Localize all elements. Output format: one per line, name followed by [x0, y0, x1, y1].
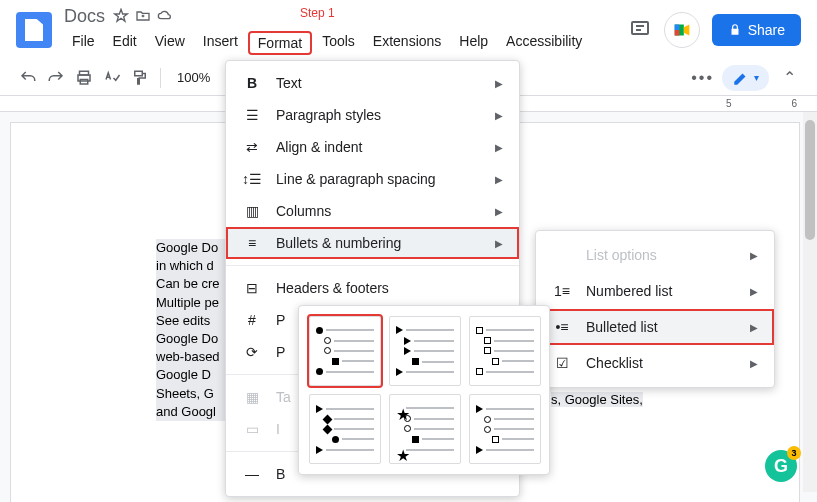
paint-format-icon[interactable] [128, 66, 152, 90]
redo-icon[interactable] [44, 66, 68, 90]
grammarly-widget[interactable]: G 3 [765, 450, 797, 482]
star-icon[interactable] [113, 8, 129, 24]
sub-numbered-list[interactable]: 1≡Numbered list▶ [536, 273, 774, 309]
sub-list-options[interactable]: List options▶ [536, 237, 774, 273]
fm-bullets-numbering[interactable]: ≡Bullets & numbering▶ [226, 227, 519, 259]
fm-align-indent[interactable]: ⇄Align & indent▶ [226, 131, 519, 163]
undo-icon[interactable] [16, 66, 40, 90]
menu-accessibility[interactable]: Accessibility [498, 31, 590, 55]
bullet-style-1[interactable] [309, 316, 381, 386]
share-button[interactable]: Share [712, 14, 801, 46]
fm-paragraph-styles[interactable]: ☰Paragraph styles▶ [226, 99, 519, 131]
share-label: Share [748, 22, 785, 38]
fm-line-spacing[interactable]: ↕☰Line & paragraph spacing▶ [226, 163, 519, 195]
docs-app-icon[interactable] [16, 12, 52, 48]
svg-rect-0 [632, 22, 648, 34]
menu-extensions[interactable]: Extensions [365, 31, 449, 55]
fm-text[interactable]: BText▶ [226, 67, 519, 99]
menubar: File Edit View Insert Format Tools Exten… [64, 31, 628, 55]
grammarly-badge: 3 [787, 446, 801, 460]
print-icon[interactable] [72, 66, 96, 90]
fm-headers-footers[interactable]: ⊟Headers & footers [226, 272, 519, 304]
bullet-style-5[interactable]: ★ ★ [389, 394, 461, 464]
svg-rect-4 [135, 71, 143, 76]
menu-edit[interactable]: Edit [105, 31, 145, 55]
menu-tools[interactable]: Tools [314, 31, 363, 55]
mode-dropdown[interactable]: ▾ [722, 65, 769, 91]
bullet-style-3[interactable] [469, 316, 541, 386]
menu-view[interactable]: View [147, 31, 193, 55]
zoom-level[interactable]: 100% [169, 70, 218, 85]
bullet-style-2[interactable] [389, 316, 461, 386]
meet-icon[interactable] [664, 12, 700, 48]
cloud-status-icon[interactable] [157, 8, 173, 24]
menu-insert[interactable]: Insert [195, 31, 246, 55]
spellcheck-icon[interactable] [100, 66, 124, 90]
comments-icon[interactable] [628, 18, 652, 42]
toolbar-more-ellipsis[interactable]: ••• [691, 69, 714, 87]
lock-icon [728, 23, 742, 37]
toolbar-collapse-icon[interactable]: ⌃ [777, 66, 801, 90]
bullet-style-6[interactable] [469, 394, 541, 464]
ruler-mark: 5 [726, 98, 732, 109]
sub-checklist[interactable]: ☑Checklist▶ [536, 345, 774, 381]
move-to-folder-icon[interactable] [135, 8, 151, 24]
pen-icon [732, 69, 750, 87]
fm-columns[interactable]: ▥Columns▶ [226, 195, 519, 227]
bullet-style-grid: ★ ★ [298, 305, 550, 475]
menu-file[interactable]: File [64, 31, 103, 55]
menu-format[interactable]: Format [248, 31, 312, 55]
bullets-submenu: List options▶ 1≡Numbered list▶ •≡Bullete… [535, 230, 775, 388]
sub-bulleted-list[interactable]: •≡Bulleted list▶ [536, 309, 774, 345]
scrollbar-track[interactable] [803, 112, 817, 492]
document-text-right2[interactable]: s, Google Sites, [551, 391, 643, 409]
ruler-mark: 6 [791, 98, 797, 109]
menu-help[interactable]: Help [451, 31, 496, 55]
app-title[interactable]: Docs [64, 6, 105, 27]
scrollbar-thumb[interactable] [805, 120, 815, 240]
bullet-style-4[interactable] [309, 394, 381, 464]
step1-label: Step 1 [300, 6, 335, 20]
